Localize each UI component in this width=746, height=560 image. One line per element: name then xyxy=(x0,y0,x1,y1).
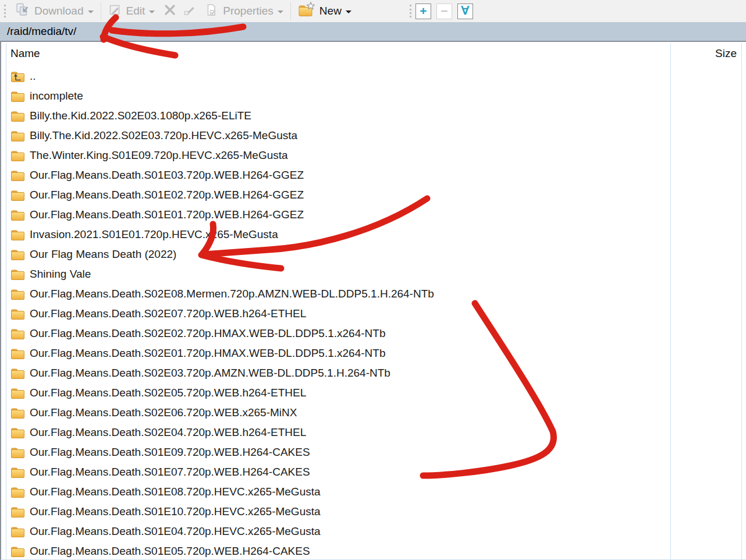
column-header-size[interactable]: Size xyxy=(715,47,737,60)
download-icon xyxy=(15,2,30,20)
file-row[interactable]: .. xyxy=(1,66,746,86)
file-row[interactable]: Billy.the.Kid.2022.S02E03.1080p.x265-ELi… xyxy=(1,106,746,126)
file-name: Invasion.2021.S01E01.720p.HEVC.x265-MeGu… xyxy=(30,228,278,241)
file-name: Our.Flag.Means.Death.S01E07.720p.WEB.H26… xyxy=(30,466,310,479)
file-row[interactable]: Invasion.2021.S01E01.720p.HEVC.x265-MeGu… xyxy=(1,225,746,244)
toolbar-drag-handle[interactable] xyxy=(4,5,6,17)
folder-icon xyxy=(10,90,25,102)
file-name: Our.Flag.Means.Death.S01E03.720p.WEB.H26… xyxy=(30,169,304,182)
folder-icon xyxy=(10,526,25,538)
file-row[interactable]: Our.Flag.Means.Death.S01E01.720p.WEB.H26… xyxy=(1,205,746,225)
file-name: Billy.The.Kid.2022.S02E03.720p.HEVC.x265… xyxy=(30,129,297,142)
file-row[interactable]: Our.Flag.Means.Death.S01E07.720p.WEB.H26… xyxy=(1,462,746,482)
folder-icon xyxy=(10,466,25,479)
plus-icon: + xyxy=(420,5,427,17)
file-name: Our.Flag.Means.Death.S02E02.720p.HMAX.WE… xyxy=(30,327,385,340)
file-name: Our.Flag.Means.Death.S01E04.720p.HEVC.x2… xyxy=(30,525,321,538)
folder-icon xyxy=(10,446,25,459)
file-name: Our.Flag.Means.Death.S01E10.720p.HEVC.x2… xyxy=(30,505,321,518)
column-header-name[interactable]: Name xyxy=(10,47,40,60)
zoom-in-button[interactable]: + xyxy=(415,3,431,19)
download-button[interactable]: Download xyxy=(10,1,99,21)
folder-icon xyxy=(10,367,25,380)
file-name: Our.Flag.Means.Death.S01E02.720p.WEB.H26… xyxy=(30,189,304,201)
file-name: Our.Flag.Means.Death.S02E05.720p.WEB.h26… xyxy=(30,387,306,399)
file-row[interactable]: Our.Flag.Means.Death.S01E05.720p.WEB.H26… xyxy=(1,541,746,560)
file-row[interactable]: Our.Flag.Means.Death.S02E08.Mermen.720p.… xyxy=(1,284,746,304)
folder-icon xyxy=(10,110,25,122)
toolbar-drag-handle[interactable] xyxy=(410,5,411,17)
file-row[interactable]: Our.Flag.Means.Death.S02E03.720p.AMZN.WE… xyxy=(1,363,746,383)
new-label: New xyxy=(319,5,342,17)
file-row[interactable]: Our.Flag.Means.Death.S02E02.720p.HMAX.WE… xyxy=(1,324,746,343)
folder-icon xyxy=(10,545,25,558)
file-name: incomplete xyxy=(30,90,83,102)
properties-label: Properties xyxy=(223,5,273,17)
file-name: Our.Flag.Means.Death.S02E04.720p.WEB.h26… xyxy=(30,426,306,439)
file-row[interactable]: Our.Flag.Means.Death.S02E01.720p.HMAX.WE… xyxy=(1,343,746,363)
file-row[interactable]: incomplete xyxy=(1,86,746,106)
folder-icon xyxy=(10,348,25,360)
file-row[interactable]: Our.Flag.Means.Death.S02E07.720p.WEB.h26… xyxy=(1,304,746,324)
folder-icon xyxy=(10,130,25,142)
file-name: Our.Flag.Means.Death.S01E08.720p.HEVC.x2… xyxy=(30,485,321,498)
folder-icon xyxy=(10,288,25,300)
folder-icon xyxy=(10,328,25,340)
file-name: Our.Flag.Means.Death.S02E08.Mermen.720p.… xyxy=(30,288,434,300)
edit-caret-icon xyxy=(149,10,155,13)
folder-icon xyxy=(10,249,25,261)
file-name: Our.Flag.Means.Death.S02E01.720p.HMAX.WE… xyxy=(30,347,385,360)
file-list-rows: .. incomplete Billy.the.Kid.2022.S02E03.… xyxy=(1,66,746,560)
file-name: Our Flag Means Death (2022) xyxy=(30,248,176,261)
folder-icon xyxy=(10,169,25,182)
file-row[interactable]: Our.Flag.Means.Death.S02E04.720p.WEB.h26… xyxy=(1,423,746,442)
file-row[interactable]: The.Winter.King.S01E09.720p.HEVC.x265-Me… xyxy=(1,146,746,165)
file-name: Our.Flag.Means.Death.S02E03.720p.AMZN.WE… xyxy=(30,367,390,380)
download-caret-icon xyxy=(88,10,94,13)
file-row[interactable]: Shining Vale xyxy=(1,264,746,284)
edit-button[interactable]: Edit xyxy=(103,1,161,21)
file-name: Our.Flag.Means.Death.S01E09.720p.WEB.H26… xyxy=(30,446,310,459)
path-bar[interactable]: /raid/media/tv/ xyxy=(0,22,746,42)
download-label: Download xyxy=(34,5,84,17)
properties-doc-icon xyxy=(205,3,219,20)
filter-button[interactable]: ∀ xyxy=(457,3,473,19)
folder-up-icon xyxy=(10,70,25,83)
edit-label: Edit xyxy=(126,5,145,17)
file-name: Our.Flag.Means.Death.S01E01.720p.WEB.H26… xyxy=(30,208,304,221)
folder-icon xyxy=(10,427,25,439)
zoom-out-button[interactable]: − xyxy=(436,3,452,19)
rename-button[interactable] xyxy=(180,1,200,21)
file-name: Billy.the.Kid.2022.S02E03.1080p.x265-ELi… xyxy=(30,109,251,122)
new-caret-icon xyxy=(346,10,351,13)
folder-icon xyxy=(10,229,25,241)
file-row[interactable]: Our.Flag.Means.Death.S01E03.720p.WEB.H26… xyxy=(1,165,746,185)
file-row[interactable]: Our.Flag.Means.Death.S01E04.720p.HEVC.x2… xyxy=(1,522,746,541)
file-name: .. xyxy=(30,70,36,83)
folder-icon xyxy=(10,209,25,221)
file-row[interactable]: Our.Flag.Means.Death.S02E06.720p.WEB.x26… xyxy=(1,403,746,423)
folder-icon xyxy=(10,150,25,162)
file-row[interactable]: Billy.The.Kid.2022.S02E03.720p.HEVC.x265… xyxy=(1,126,746,146)
filter-icon: ∀ xyxy=(461,5,470,16)
new-button[interactable]: New xyxy=(293,1,357,21)
file-row[interactable]: Our.Flag.Means.Death.S02E05.720p.WEB.h26… xyxy=(1,383,746,403)
file-row[interactable]: Our.Flag.Means.Death.S01E02.720p.WEB.H26… xyxy=(1,185,746,205)
minus-icon: − xyxy=(441,5,447,17)
file-row[interactable]: Our.Flag.Means.Death.S01E09.720p.WEB.H26… xyxy=(1,442,746,462)
folder-icon xyxy=(10,486,25,498)
folder-icon xyxy=(10,189,25,201)
folder-icon xyxy=(10,387,25,399)
file-row[interactable]: Our Flag Means Death (2022) xyxy=(1,244,746,264)
file-name: Shining Vale xyxy=(30,268,91,281)
delete-x-icon xyxy=(163,3,177,20)
edit-icon xyxy=(108,3,122,20)
new-folder-icon xyxy=(298,2,315,21)
delete-button[interactable] xyxy=(160,1,180,21)
file-row[interactable]: Our.Flag.Means.Death.S01E08.720p.HEVC.x2… xyxy=(1,482,746,502)
current-path: /raid/media/tv/ xyxy=(7,25,76,38)
file-row[interactable]: Our.Flag.Means.Death.S01E10.720p.HEVC.x2… xyxy=(1,502,746,522)
file-name: Our.Flag.Means.Death.S02E07.720p.WEB.h26… xyxy=(30,307,306,320)
folder-icon xyxy=(10,506,25,518)
properties-button[interactable]: Properties xyxy=(200,1,289,21)
